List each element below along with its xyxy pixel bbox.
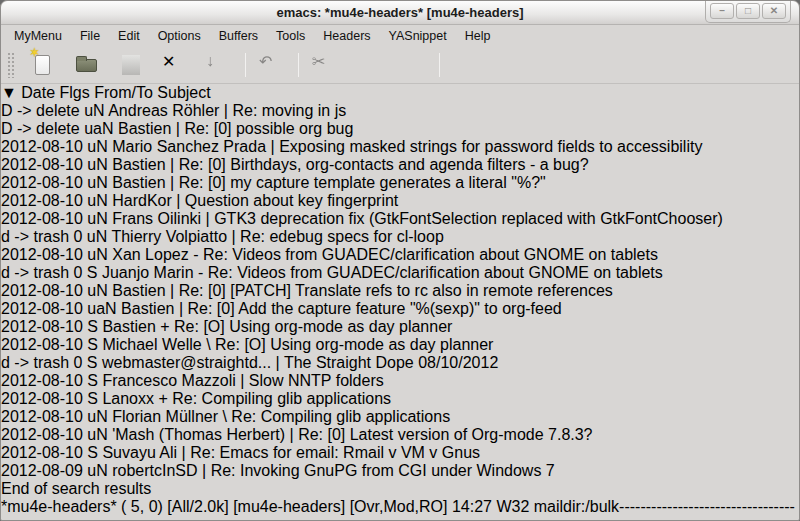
toolbar-separator <box>439 53 440 77</box>
menu-help[interactable]: Help <box>456 27 500 45</box>
list-column-headers[interactable]: ▼ Date Flgs From/To Subject <box>1 84 799 102</box>
menu-bar: MyMenuFileEditOptionsBuffersToolsHeaders… <box>1 25 799 47</box>
tool-bar: ✶✕↓↶✂ <box>1 47 799 84</box>
list-item[interactable]: 2012-08-10 uN Florian Müllner \ Re: Comp… <box>1 408 799 426</box>
list-item[interactable]: 2012-08-10 uN Bastien | Re: [0] Birthday… <box>1 156 799 174</box>
menu-edit[interactable]: Edit <box>109 27 149 45</box>
title-bar[interactable]: emacs: *mu4e-headers* [mu4e-headers] –□✕ <box>1 1 799 25</box>
menu-buffers[interactable]: Buffers <box>210 27 267 45</box>
menu-file[interactable]: File <box>71 27 109 45</box>
list-item[interactable]: 2012-08-10 S Lanoxx + Re: Compiling glib… <box>1 390 799 408</box>
list-item[interactable]: 2012-08-10 S Bastien + Re: [O] Using org… <box>1 318 799 336</box>
cut-icon: ✂ <box>312 52 338 78</box>
list-item[interactable]: d -> trash 0 S webmaster@straightd... | … <box>1 354 799 372</box>
list-item[interactable]: D -> delete uN Andreas Röhler | Re: movi… <box>1 102 799 120</box>
list-item[interactable]: 2012-08-10 uN Bastien | Re: [0] my captu… <box>1 174 799 192</box>
toolbar-grip-handle[interactable] <box>7 52 15 78</box>
mu4e-headers-buffer: ▼ Date Flgs From/To Subject D -> delete … <box>1 84 799 521</box>
maximize-button[interactable]: □ <box>736 3 760 19</box>
list-item[interactable]: 2012-08-10 uN HardKor | Question about k… <box>1 192 799 210</box>
list-item[interactable]: 2012-08-10 uN Bastien | Re: [0] [PATCH] … <box>1 282 799 300</box>
menu-mymenu[interactable]: MyMenu <box>5 27 71 45</box>
menu-tools[interactable]: Tools <box>267 27 314 45</box>
close-button[interactable]: ✕ <box>762 3 786 19</box>
menu-headers[interactable]: Headers <box>314 27 379 45</box>
list-item[interactable]: 2012-08-10 uaN Bastien | Re: [0] Add the… <box>1 300 799 318</box>
list-item[interactable]: D -> delete uaN Bastien | Re: [0] possib… <box>1 120 799 138</box>
new-file-icon[interactable]: ✶ <box>30 52 56 78</box>
emacs-window: emacs: *mu4e-headers* [mu4e-headers] –□✕… <box>0 0 800 521</box>
end-of-results-label: End of search results <box>1 480 799 498</box>
window-title: emacs: *mu4e-headers* [mu4e-headers] <box>276 5 523 20</box>
list-item[interactable]: 2012-08-10 uN Frans Oilinki | GTK3 depre… <box>1 210 799 228</box>
list-item[interactable]: 2012-08-10 uN Xan Lopez - Re: Videos fro… <box>1 246 799 264</box>
menu-yasnippet[interactable]: YASnippet <box>380 27 456 45</box>
open-folder-icon[interactable] <box>74 52 100 78</box>
copy-icon <box>356 52 382 78</box>
minimize-button[interactable]: – <box>710 3 734 19</box>
list-item[interactable]: 2012-08-10 uN 'Mash (Thomas Herbert) | R… <box>1 426 799 444</box>
save-as-icon: ↓ <box>206 52 232 78</box>
list-item[interactable]: d -> trash 0 S Juanjo Marin - Re: Videos… <box>1 264 799 282</box>
message-list: D -> delete uN Andreas Röhler | Re: movi… <box>1 102 799 498</box>
list-item[interactable]: 2012-08-09 uN robertcInSD | Re: Invoking… <box>1 462 799 480</box>
list-item[interactable]: 2012-08-10 uN Mario Sanchez Prada | Expo… <box>1 138 799 156</box>
toolbar-separator <box>245 53 246 77</box>
close-buffer-icon[interactable]: ✕ <box>162 52 188 78</box>
save-icon[interactable] <box>118 52 144 78</box>
menu-options[interactable]: Options <box>149 27 210 45</box>
toolbar-separator <box>298 53 299 77</box>
list-item[interactable]: 2012-08-10 S Suvayu Ali | Re: Emacs for … <box>1 444 799 462</box>
search-icon[interactable] <box>453 52 479 78</box>
undo-icon: ↶ <box>259 52 285 78</box>
list-item[interactable]: 2012-08-10 S Michael Welle \ Re: [O] Usi… <box>1 336 799 354</box>
window-controls: –□✕ <box>705 1 791 23</box>
paste-icon <box>400 52 426 78</box>
list-item[interactable]: d -> trash 0 uN Thierry Volpiatto | Re: … <box>1 228 799 246</box>
list-item[interactable]: 2012-08-10 S Francesco Mazzoli | Slow NN… <box>1 372 799 390</box>
mode-line[interactable]: *mu4e-headers* ( 5, 0) [All/2.0k] [mu4e-… <box>1 498 799 521</box>
